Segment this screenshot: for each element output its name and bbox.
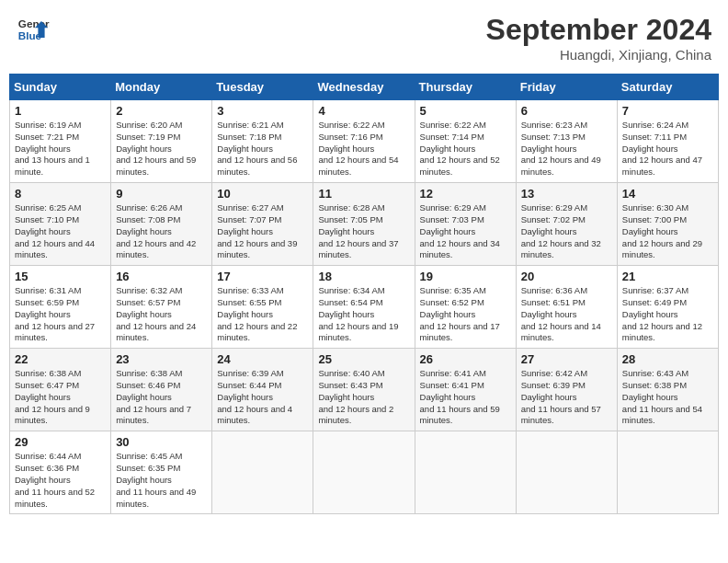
table-cell: 19 Sunrise: 6:35 AM Sunset: 6:52 PM Dayl… [415,266,516,349]
day-info: Sunrise: 6:45 AM Sunset: 6:35 PM Dayligh… [116,451,207,510]
day-number: 19 [420,270,511,283]
table-cell [516,431,617,514]
calendar-week-row: 1 Sunrise: 6:19 AM Sunset: 7:21 PM Dayli… [10,100,719,183]
day-number: 24 [217,352,308,366]
day-info: Sunrise: 6:32 AM Sunset: 6:57 PM Dayligh… [116,285,207,344]
table-cell: 22 Sunrise: 6:38 AM Sunset: 6:47 PM Dayl… [10,349,111,431]
table-cell: 7 Sunrise: 6:24 AM Sunset: 7:11 PM Dayli… [617,100,718,183]
day-info: Sunrise: 6:25 AM Sunset: 7:10 PM Dayligh… [15,202,106,261]
table-cell: 29 Sunrise: 6:44 AM Sunset: 6:36 PM Dayl… [10,431,111,514]
col-friday: Friday [516,75,617,100]
calendar-week-row: 15 Sunrise: 6:31 AM Sunset: 6:59 PM Dayl… [10,266,719,349]
table-cell [415,431,516,514]
table-cell: 5 Sunrise: 6:22 AM Sunset: 7:14 PM Dayli… [415,100,516,183]
day-info: Sunrise: 6:24 AM Sunset: 7:11 PM Dayligh… [622,120,713,178]
table-cell: 1 Sunrise: 6:19 AM Sunset: 7:21 PM Dayli… [10,100,111,183]
day-number: 16 [116,270,207,283]
calendar-week-row: 22 Sunrise: 6:38 AM Sunset: 6:47 PM Dayl… [10,349,719,431]
day-number: 7 [622,104,713,118]
table-cell: 23 Sunrise: 6:38 AM Sunset: 6:46 PM Dayl… [111,349,212,431]
day-number: 30 [116,435,207,449]
day-number: 26 [420,352,511,366]
svg-text:General: General [18,17,50,29]
day-info: Sunrise: 6:22 AM Sunset: 7:14 PM Dayligh… [420,120,511,178]
day-number: 4 [318,104,409,118]
day-info: Sunrise: 6:40 AM Sunset: 6:43 PM Dayligh… [318,368,409,427]
calendar-table: Sunday Monday Tuesday Wednesday Thursday… [9,74,719,514]
day-number: 9 [116,187,207,201]
month-title: September 2024 [486,13,711,47]
title-block: September 2024 Huangdi, Xinjiang, China [486,13,711,63]
table-cell [313,431,415,514]
table-cell: 30 Sunrise: 6:45 AM Sunset: 6:35 PM Dayl… [111,431,212,514]
day-info: Sunrise: 6:42 AM Sunset: 6:39 PM Dayligh… [521,368,612,427]
day-info: Sunrise: 6:28 AM Sunset: 7:05 PM Dayligh… [318,202,409,261]
table-cell: 17 Sunrise: 6:33 AM Sunset: 6:55 PM Dayl… [212,266,313,349]
table-cell: 27 Sunrise: 6:42 AM Sunset: 6:39 PM Dayl… [516,349,617,431]
page-header: General Blue September 2024 Huangdi, Xin… [9,9,719,66]
day-info: Sunrise: 6:29 AM Sunset: 7:02 PM Dayligh… [521,202,612,261]
table-cell: 25 Sunrise: 6:40 AM Sunset: 6:43 PM Dayl… [313,349,415,431]
day-info: Sunrise: 6:41 AM Sunset: 6:41 PM Dayligh… [420,368,511,427]
table-cell: 6 Sunrise: 6:23 AM Sunset: 7:13 PM Dayli… [516,100,617,183]
day-number: 22 [15,352,106,366]
table-cell: 15 Sunrise: 6:31 AM Sunset: 6:59 PM Dayl… [10,266,111,349]
day-info: Sunrise: 6:37 AM Sunset: 6:49 PM Dayligh… [622,285,713,344]
table-cell: 28 Sunrise: 6:43 AM Sunset: 6:38 PM Dayl… [617,349,718,431]
calendar-week-row: 29 Sunrise: 6:44 AM Sunset: 6:36 PM Dayl… [10,431,719,514]
table-cell: 3 Sunrise: 6:21 AM Sunset: 7:18 PM Dayli… [212,100,313,183]
day-info: Sunrise: 6:39 AM Sunset: 6:44 PM Dayligh… [217,368,308,427]
table-cell: 4 Sunrise: 6:22 AM Sunset: 7:16 PM Dayli… [313,100,415,183]
logo-icon: General Blue [17,13,50,46]
col-wednesday: Wednesday [313,75,415,100]
day-number: 27 [521,352,612,366]
table-cell: 24 Sunrise: 6:39 AM Sunset: 6:44 PM Dayl… [212,349,313,431]
day-info: Sunrise: 6:38 AM Sunset: 6:46 PM Dayligh… [116,368,207,427]
day-number: 13 [521,187,612,201]
day-info: Sunrise: 6:21 AM Sunset: 7:18 PM Dayligh… [217,120,308,178]
day-info: Sunrise: 6:22 AM Sunset: 7:16 PM Dayligh… [318,120,409,178]
day-info: Sunrise: 6:38 AM Sunset: 6:47 PM Dayligh… [15,368,106,427]
day-number: 14 [622,187,713,201]
col-tuesday: Tuesday [212,75,313,100]
day-info: Sunrise: 6:31 AM Sunset: 6:59 PM Dayligh… [15,285,106,344]
day-number: 12 [420,187,511,201]
table-cell: 10 Sunrise: 6:27 AM Sunset: 7:07 PM Dayl… [212,183,313,266]
table-cell: 20 Sunrise: 6:36 AM Sunset: 6:51 PM Dayl… [516,266,617,349]
day-number: 20 [521,270,612,283]
calendar-header-row: Sunday Monday Tuesday Wednesday Thursday… [10,75,719,100]
day-number: 28 [622,352,713,366]
day-number: 8 [15,187,106,201]
col-monday: Monday [111,75,212,100]
day-number: 5 [420,104,511,118]
day-number: 23 [116,352,207,366]
day-info: Sunrise: 6:23 AM Sunset: 7:13 PM Dayligh… [521,120,612,178]
location-title: Huangdi, Xinjiang, China [486,47,711,63]
day-info: Sunrise: 6:29 AM Sunset: 7:03 PM Dayligh… [420,202,511,261]
day-number: 1 [15,104,106,118]
day-info: Sunrise: 6:20 AM Sunset: 7:19 PM Dayligh… [116,120,207,178]
day-number: 11 [318,187,409,201]
col-saturday: Saturday [617,75,718,100]
col-thursday: Thursday [415,75,516,100]
logo: General Blue [17,13,50,46]
table-cell: 16 Sunrise: 6:32 AM Sunset: 6:57 PM Dayl… [111,266,212,349]
day-info: Sunrise: 6:43 AM Sunset: 6:38 PM Dayligh… [622,368,713,427]
day-info: Sunrise: 6:26 AM Sunset: 7:08 PM Dayligh… [116,202,207,261]
table-cell: 9 Sunrise: 6:26 AM Sunset: 7:08 PM Dayli… [111,183,212,266]
table-cell: 14 Sunrise: 6:30 AM Sunset: 7:00 PM Dayl… [617,183,718,266]
day-number: 29 [15,435,106,449]
table-cell [617,431,718,514]
table-cell: 26 Sunrise: 6:41 AM Sunset: 6:41 PM Dayl… [415,349,516,431]
table-cell: 12 Sunrise: 6:29 AM Sunset: 7:03 PM Dayl… [415,183,516,266]
table-cell [212,431,313,514]
table-cell: 2 Sunrise: 6:20 AM Sunset: 7:19 PM Dayli… [111,100,212,183]
day-number: 25 [318,352,409,366]
calendar-week-row: 8 Sunrise: 6:25 AM Sunset: 7:10 PM Dayli… [10,183,719,266]
day-number: 18 [318,270,409,283]
day-info: Sunrise: 6:44 AM Sunset: 6:36 PM Dayligh… [15,451,106,510]
day-info: Sunrise: 6:27 AM Sunset: 7:07 PM Dayligh… [217,202,308,261]
day-number: 17 [217,270,308,283]
day-number: 6 [521,104,612,118]
day-info: Sunrise: 6:19 AM Sunset: 7:21 PM Dayligh… [15,120,106,178]
